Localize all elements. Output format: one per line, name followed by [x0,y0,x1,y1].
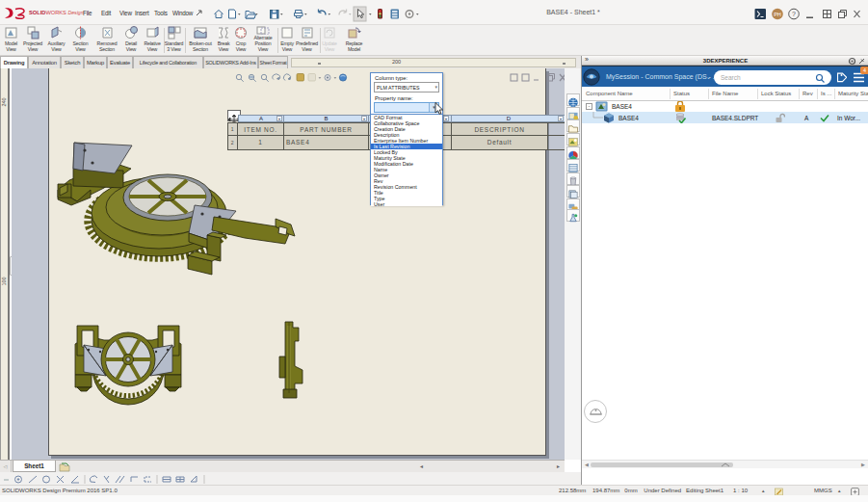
svg-text:?: ? [792,11,796,17]
svg-text:PH: PH [774,12,781,17]
